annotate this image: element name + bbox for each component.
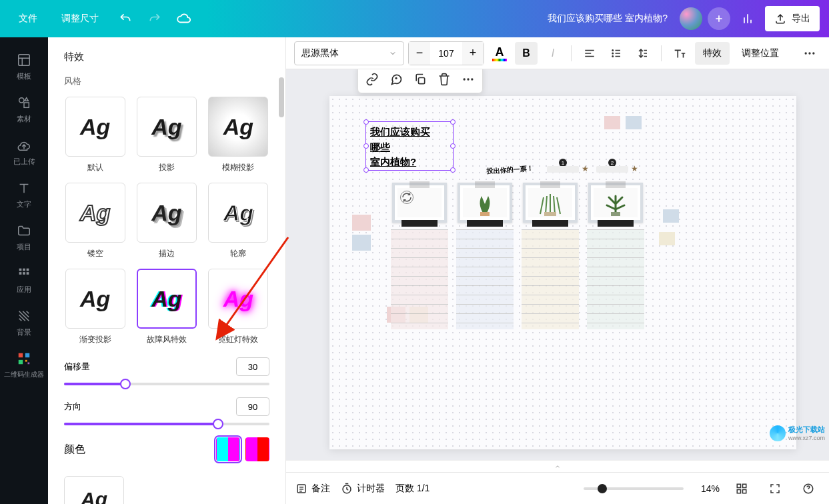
nav-apps[interactable]: 应用 xyxy=(0,259,48,301)
offset-label: 偏移量 xyxy=(64,361,90,373)
pages-indicator[interactable]: 页数 1/1 xyxy=(395,483,430,495)
left-nav-rail: 模板 素材 已上传 文字 项目 应用 背景 二维码生成器 xyxy=(0,37,48,504)
offset-input[interactable] xyxy=(236,357,269,376)
cloud-sync-button[interactable] xyxy=(172,7,196,31)
nav-elements[interactable]: 素材 xyxy=(0,88,48,131)
align-left-icon xyxy=(584,47,596,59)
direction-input[interactable] xyxy=(236,397,269,416)
undo-button[interactable] xyxy=(113,7,137,31)
svg-rect-11 xyxy=(19,360,23,364)
sticky-note[interactable] xyxy=(352,235,371,251)
plant-card-4[interactable] xyxy=(588,183,643,223)
link-button[interactable] xyxy=(361,69,383,91)
panel-title: 特效 xyxy=(48,37,285,70)
star-icon-2: ★ xyxy=(631,164,638,173)
effect-neon[interactable]: Ag 霓虹灯特效 xyxy=(207,269,269,345)
more-options-button[interactable] xyxy=(798,42,821,65)
notes-column-1[interactable] xyxy=(391,229,448,329)
resize-menu[interactable]: 调整尺寸 xyxy=(52,9,108,29)
panel-scrollbar[interactable] xyxy=(279,77,284,117)
nav-text[interactable]: 文字 xyxy=(0,173,48,216)
zoom-value[interactable]: 14% xyxy=(701,483,720,494)
notes-column-2[interactable] xyxy=(456,229,514,329)
color-swatch-magenta-red[interactable] xyxy=(245,437,269,461)
sticky-note[interactable] xyxy=(604,116,620,129)
nav-qrcode[interactable]: 二维码生成器 xyxy=(0,344,48,386)
sticky-note[interactable] xyxy=(352,215,371,231)
grid-view-button[interactable] xyxy=(730,477,753,500)
plant-card-1[interactable] xyxy=(392,183,447,223)
help-button[interactable] xyxy=(797,477,820,500)
grid-icon xyxy=(736,483,748,495)
font-size-input[interactable] xyxy=(430,42,462,65)
vote-text[interactable]: 投出你的一票！ xyxy=(487,164,534,177)
italic-button[interactable]: I xyxy=(542,42,564,65)
bold-button[interactable]: B xyxy=(515,42,538,65)
cloud-upload-icon xyxy=(16,137,32,153)
effect-blur-shadow[interactable]: Ag 模糊投影 xyxy=(207,97,269,173)
nav-background[interactable]: 背景 xyxy=(0,301,48,344)
extra-effect-tile[interactable]: Ag xyxy=(64,476,124,504)
align-button[interactable] xyxy=(578,42,601,65)
sticky-note[interactable] xyxy=(659,232,675,245)
redo-button[interactable] xyxy=(143,7,167,31)
comment-button[interactable] xyxy=(385,69,407,91)
notes-button[interactable]: 备注 xyxy=(295,483,330,495)
nav-templates[interactable]: 模板 xyxy=(0,45,48,88)
delete-button[interactable] xyxy=(433,69,456,91)
export-button[interactable]: 导出 xyxy=(765,6,820,31)
duplicate-button[interactable] xyxy=(409,69,432,91)
templates-icon xyxy=(16,52,32,68)
user-avatar[interactable] xyxy=(680,7,702,30)
effect-shadow[interactable]: Ag 投影 xyxy=(135,97,197,173)
font-size-decrease[interactable]: − xyxy=(409,42,430,65)
plant-card-3[interactable] xyxy=(523,183,578,223)
context-more-button[interactable] xyxy=(457,69,480,91)
text-case-button[interactable] xyxy=(668,42,691,65)
text-toolbar: 思源黑体 − + A B I 特效 调整位置 xyxy=(286,37,829,69)
effects-button[interactable]: 特效 xyxy=(695,42,730,65)
zoom-thumb[interactable] xyxy=(598,484,607,493)
spacing-button[interactable] xyxy=(632,42,654,65)
zoom-slider[interactable] xyxy=(584,487,684,490)
canvas-page[interactable]: 我们应该购买 哪些 室内植物? 投出你的一票！ 1 2 ★ ★ xyxy=(329,96,796,449)
effects-panel: 特效 风格 Ag 默认 Ag 投影 Ag 模糊投影 Ag 镂空 xyxy=(48,37,286,504)
sticky-note[interactable] xyxy=(663,209,679,223)
direction-slider[interactable] xyxy=(64,423,269,425)
canvas-viewport[interactable]: 我们应该购买 哪些 室内植物? 投出你的一票！ 1 2 ★ ★ xyxy=(286,69,829,460)
notes-column-3[interactable] xyxy=(522,229,579,329)
list-button[interactable] xyxy=(605,42,628,65)
page-expand-handle[interactable] xyxy=(286,460,829,472)
position-button[interactable]: 调整位置 xyxy=(734,42,787,65)
plant-card-2[interactable] xyxy=(458,183,512,223)
svg-rect-33 xyxy=(743,489,746,493)
file-menu[interactable]: 文件 xyxy=(9,9,47,29)
sticky-note[interactable] xyxy=(626,116,642,129)
mini-label-2 xyxy=(596,166,628,173)
effect-hollow[interactable]: Ag 镂空 xyxy=(64,183,126,259)
timer-button[interactable]: 计时器 xyxy=(341,483,385,495)
selected-text-frame[interactable]: 我们应该购买 哪些 室内植物? xyxy=(365,121,454,171)
effect-default[interactable]: Ag 默认 xyxy=(64,97,126,173)
svg-rect-5 xyxy=(27,269,29,271)
svg-point-24 xyxy=(471,78,473,80)
color-swatch-cyan-magenta[interactable] xyxy=(216,437,240,461)
folder-icon xyxy=(16,223,32,239)
svg-point-23 xyxy=(467,78,469,80)
effect-glitch[interactable]: Ag 故障风特效 xyxy=(135,269,197,345)
effect-stroke[interactable]: Ag 描边 xyxy=(135,183,197,259)
analytics-button[interactable] xyxy=(736,7,760,31)
headline-text[interactable]: 我们应该购买 哪些 室内植物? xyxy=(366,122,453,173)
text-color-button[interactable]: A xyxy=(488,42,511,65)
document-title[interactable]: 我们应该购买哪些 室内植物? xyxy=(201,13,674,25)
effect-gradient-shadow[interactable]: Ag 渐变投影 xyxy=(64,269,126,345)
fullscreen-button[interactable] xyxy=(764,477,786,500)
font-family-select[interactable]: 思源黑体 xyxy=(294,41,404,65)
add-collaborator-button[interactable] xyxy=(708,7,730,30)
nav-projects[interactable]: 项目 xyxy=(0,216,48,259)
nav-uploads[interactable]: 已上传 xyxy=(0,131,48,173)
notes-column-4[interactable] xyxy=(587,229,644,329)
font-size-increase[interactable]: + xyxy=(462,42,484,65)
offset-slider[interactable] xyxy=(64,383,269,385)
effect-outline[interactable]: Ag 轮廓 xyxy=(207,183,269,259)
